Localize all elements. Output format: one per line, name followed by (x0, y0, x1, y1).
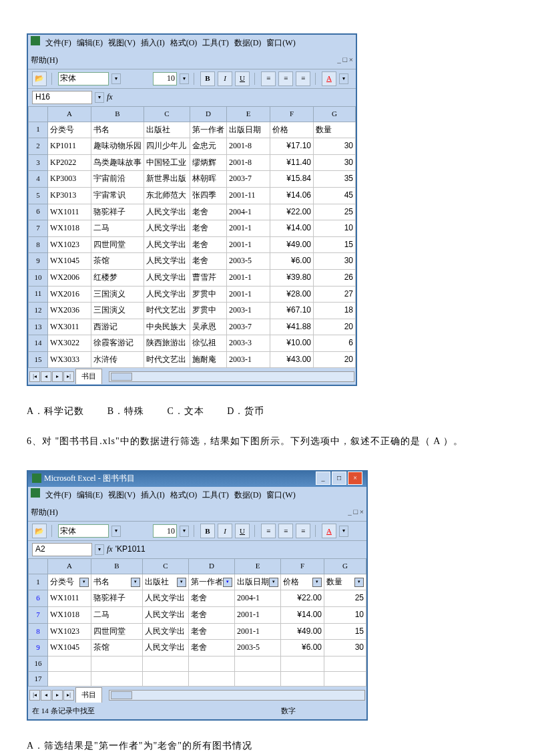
menu-file[interactable]: 文件(F) (45, 36, 71, 51)
cell[interactable]: 三国演义 (91, 286, 144, 303)
cell[interactable]: 罗贯中 (190, 303, 227, 319)
cell[interactable]: 2001-1 (227, 269, 270, 286)
open-icon[interactable]: 📂 (32, 71, 47, 86)
cell[interactable]: WX3022 (48, 335, 91, 352)
cell[interactable]: WX1011 (48, 204, 91, 220)
cell[interactable]: 书名▾ (91, 574, 143, 590)
cell[interactable]: 25 (314, 204, 356, 220)
filter-icon[interactable]: ▾ (131, 578, 140, 587)
size-selector[interactable]: 10 (153, 524, 177, 538)
cell[interactable]: 四川少年儿 (144, 138, 190, 155)
cell[interactable]: ¥67.10 (270, 303, 314, 319)
cell[interactable]: 出版社 (144, 122, 190, 138)
align-left-button[interactable]: ≡ (261, 524, 276, 538)
namebox-dd[interactable]: ▾ (95, 92, 104, 103)
row-header[interactable]: 8 (29, 236, 48, 253)
cell[interactable]: WX1018 (48, 220, 91, 237)
cell[interactable]: KP1011 (48, 138, 91, 155)
cell[interactable]: 人民文学出 (144, 204, 190, 220)
cell[interactable]: 人民文学出 (144, 220, 190, 237)
row-header[interactable]: 13 (29, 319, 48, 335)
italic-button[interactable]: I (218, 71, 232, 86)
cell[interactable]: 18 (314, 303, 356, 319)
cell[interactable]: 分类号▾ (48, 574, 91, 590)
cell[interactable]: 2003-1 (227, 351, 270, 368)
col-G[interactable]: G (314, 106, 356, 122)
cell[interactable]: 老舍 (190, 253, 227, 270)
cell[interactable]: 2003-5 (227, 253, 270, 270)
cell[interactable]: WX3033 (48, 351, 91, 368)
cell[interactable]: 东北师范大 (144, 187, 190, 204)
cell[interactable]: 徐霞客游记 (91, 335, 144, 352)
cell[interactable]: WX1011 (48, 590, 91, 607)
close-button[interactable]: × (348, 471, 362, 485)
cell[interactable]: ¥28.00 (270, 286, 314, 303)
cell[interactable]: 价格▾ (281, 574, 324, 590)
cell[interactable]: 2003-7 (227, 319, 270, 335)
cell[interactable]: 2001-1 (235, 623, 281, 640)
cell[interactable]: ¥22.00 (270, 204, 314, 220)
row-header[interactable]: 6 (29, 590, 48, 607)
cell[interactable]: 水浒传 (91, 351, 144, 368)
cell[interactable]: WX2036 (48, 303, 91, 319)
cell[interactable]: 15 (314, 236, 356, 253)
align-left-button[interactable]: ≡ (261, 71, 276, 86)
open-icon[interactable]: 📂 (32, 524, 47, 538)
cell[interactable]: 老舍 (189, 607, 235, 624)
fx-icon[interactable]: fx (107, 90, 113, 105)
namebox-dd[interactable]: ▾ (95, 544, 104, 555)
bold-button[interactable]: B (200, 524, 215, 538)
col-D[interactable]: D (190, 106, 227, 122)
cell[interactable]: ¥14.00 (270, 220, 314, 237)
cell[interactable]: ¥6.00 (270, 253, 314, 270)
menu-format[interactable]: 格式(O) (170, 36, 198, 51)
row-header[interactable]: 15 (29, 351, 48, 368)
cell[interactable]: 骆驼祥子 (91, 204, 144, 220)
font-selector[interactable]: 宋体 (58, 72, 109, 85)
menu-edit[interactable]: 编辑(E) (77, 488, 103, 503)
font-dd[interactable]: ▾ (111, 526, 121, 536)
row-header[interactable]: 7 (29, 220, 48, 237)
menu-help[interactable]: 帮助(H) (31, 53, 58, 68)
cell[interactable]: 陕西旅游出 (144, 335, 190, 352)
cell[interactable]: 老舍 (190, 236, 227, 253)
cell[interactable]: 数量▾ (324, 574, 366, 590)
filter-icon[interactable]: ▾ (177, 578, 186, 587)
row-header[interactable]: 9 (29, 253, 48, 270)
cell[interactable]: 20 (314, 351, 356, 368)
cell[interactable]: ¥49.00 (281, 623, 324, 640)
cell[interactable]: ¥11.40 (270, 154, 314, 171)
col-F[interactable]: F (281, 559, 324, 574)
cell[interactable]: 金忠元 (190, 138, 227, 155)
cell[interactable]: ¥49.00 (270, 236, 314, 253)
cell[interactable]: 10 (324, 607, 366, 624)
menu-tools[interactable]: 工具(T) (202, 36, 228, 51)
underline-button[interactable]: U (235, 524, 250, 538)
row-header[interactable]: 8 (29, 623, 48, 640)
cell[interactable]: 2003-3 (227, 335, 270, 352)
menu-window[interactable]: 窗口(W) (266, 36, 295, 51)
font-color-button[interactable]: A (322, 71, 336, 86)
doc-window-controls[interactable]: _ □ × (337, 53, 353, 68)
menu-help[interactable]: 帮助(H) (31, 506, 58, 520)
cell[interactable]: 老舍 (189, 623, 235, 640)
filter-icon[interactable]: ▾ (354, 578, 364, 587)
cell[interactable]: 6 (314, 335, 356, 352)
cell[interactable]: 中央民族大 (144, 319, 190, 335)
cell[interactable]: 红楼梦 (91, 269, 144, 286)
row-header[interactable]: 10 (29, 269, 48, 286)
font-color-button[interactable]: A (322, 524, 336, 538)
cell[interactable]: 林朝晖 (190, 171, 227, 188)
col-D[interactable]: D (189, 559, 235, 574)
align-center-button[interactable]: ≡ (278, 524, 293, 538)
cell[interactable]: 人民文学出 (143, 640, 189, 656)
cell[interactable]: 人民文学出 (144, 236, 190, 253)
cell[interactable]: 15 (324, 623, 366, 640)
menu-insert[interactable]: 插入(I) (141, 488, 165, 503)
menu-format[interactable]: 格式(O) (170, 488, 198, 503)
size-selector[interactable]: 10 (153, 72, 177, 85)
row-header[interactable]: 2 (29, 138, 48, 155)
cell[interactable]: 27 (314, 286, 356, 303)
cell[interactable]: 人民文学出 (144, 269, 190, 286)
cell[interactable]: 第一作者 (190, 122, 227, 138)
